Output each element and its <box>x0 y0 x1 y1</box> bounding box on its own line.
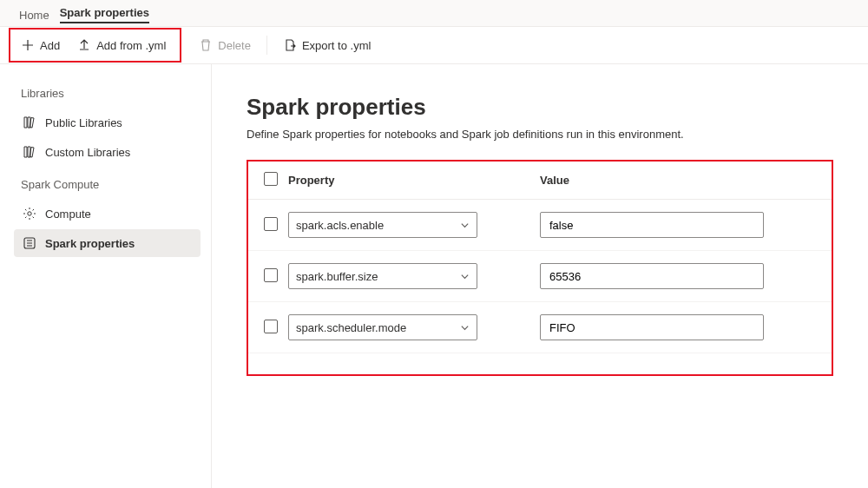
add-from-yml-label: Add from .yml <box>96 39 166 52</box>
column-header-value[interactable]: Value <box>540 162 832 200</box>
property-select-value: spark.acls.enable <box>296 219 384 232</box>
row-checkbox[interactable] <box>264 268 278 282</box>
toolbar: Add Add from .yml Delete Export to .yml <box>0 26 868 64</box>
toolbar-separator <box>266 36 267 55</box>
value-input[interactable] <box>540 314 764 340</box>
row-checkbox[interactable] <box>264 320 278 333</box>
trash-icon <box>199 38 213 52</box>
sidebar-heading-libraries: Libraries <box>21 87 201 100</box>
breadcrumb-current[interactable]: Spark properties <box>60 6 149 23</box>
chevron-down-icon <box>460 272 470 281</box>
sidebar-item-label: Compute <box>45 208 91 221</box>
gear-icon <box>23 207 36 221</box>
property-select-value: spark.buffer.size <box>296 270 378 283</box>
table-row: spark.buffer.size <box>248 251 832 302</box>
export-icon <box>283 38 297 52</box>
table-row: spark.acls.enable <box>248 200 832 251</box>
highlight-add-buttons: Add Add from .yml <box>9 28 181 63</box>
sidebar-heading-spark-compute: Spark Compute <box>21 178 201 191</box>
property-select[interactable]: spark.buffer.size <box>288 263 477 289</box>
select-all-checkbox[interactable] <box>264 172 278 186</box>
highlight-properties-table: Property Value spark.acls.enable <box>247 160 833 376</box>
breadcrumb: Home Spark properties <box>0 0 868 24</box>
add-button[interactable]: Add <box>12 33 69 57</box>
table-header-row: Property Value <box>248 162 832 200</box>
main-content: Spark properties Define Spark properties… <box>212 64 868 488</box>
sidebar-item-label: Public Libraries <box>45 116 122 129</box>
value-input[interactable] <box>540 263 764 289</box>
property-select[interactable]: spark.acls.enable <box>288 212 477 238</box>
books-icon <box>23 115 36 129</box>
plus-icon <box>21 38 35 52</box>
value-input[interactable] <box>540 212 764 238</box>
page-description: Define Spark properties for notebooks an… <box>247 128 833 141</box>
sidebar-item-spark-properties[interactable]: Spark properties <box>14 229 201 257</box>
list-icon <box>23 236 36 250</box>
breadcrumb-home[interactable]: Home <box>19 9 49 22</box>
delete-button: Delete <box>190 33 260 57</box>
add-label: Add <box>40 39 60 52</box>
sidebar-item-custom-libraries[interactable]: Custom Libraries <box>14 138 201 166</box>
sidebar: Libraries Public Libraries Custom Librar… <box>0 64 212 488</box>
chevron-down-icon <box>460 221 470 230</box>
export-yml-label: Export to .yml <box>302 39 371 52</box>
column-header-property[interactable]: Property <box>288 162 540 200</box>
sidebar-item-label: Custom Libraries <box>45 146 130 159</box>
delete-label: Delete <box>218 39 251 52</box>
property-select[interactable]: spark.scheduler.mode <box>288 314 477 340</box>
sidebar-item-public-libraries[interactable]: Public Libraries <box>14 109 201 136</box>
chevron-down-icon <box>460 323 470 333</box>
upload-icon <box>77 38 91 52</box>
workspace: Libraries Public Libraries Custom Librar… <box>0 64 868 488</box>
add-from-yml-button[interactable]: Add from .yml <box>69 33 174 57</box>
sidebar-item-compute[interactable]: Compute <box>14 200 201 228</box>
property-select-value: spark.scheduler.mode <box>296 321 406 334</box>
page-title: Spark properties <box>247 94 833 121</box>
sidebar-item-label: Spark properties <box>45 237 135 250</box>
row-checkbox[interactable] <box>264 217 278 231</box>
books-icon <box>23 145 36 159</box>
export-yml-button[interactable]: Export to .yml <box>274 33 379 57</box>
table-row: spark.scheduler.mode <box>248 302 832 353</box>
svg-point-0 <box>28 212 31 215</box>
properties-table: Property Value spark.acls.enable <box>248 162 832 353</box>
